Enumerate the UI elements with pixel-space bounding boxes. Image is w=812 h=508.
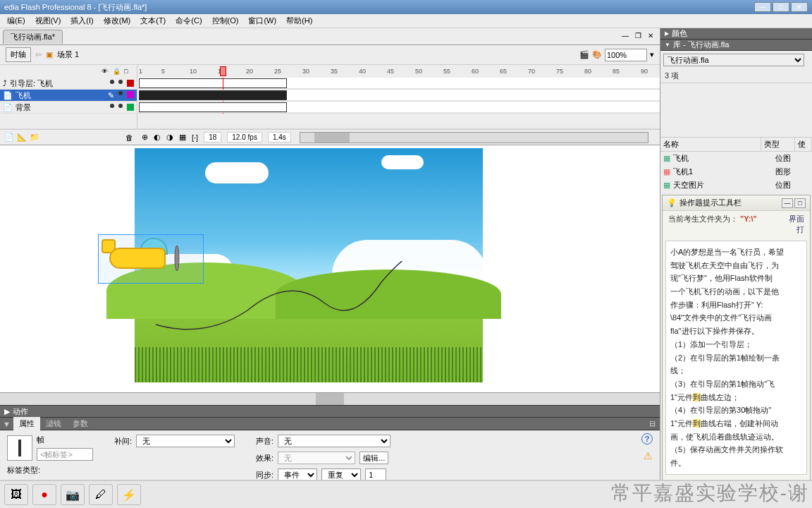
menu-modify[interactable]: 修改(M) xyxy=(99,14,135,28)
menu-edit[interactable]: 编(E) xyxy=(3,14,30,28)
doc-minimize-button[interactable]: — xyxy=(620,32,630,42)
timeline-scrollbar[interactable] xyxy=(300,132,648,143)
panel-menu-icon[interactable]: ⊟ xyxy=(649,419,656,428)
library-panel-title: 库 - 飞行动画.fla xyxy=(673,40,729,50)
canvas xyxy=(135,148,483,382)
taskbar-flash-icon[interactable]: ⚡ xyxy=(117,484,141,505)
sync-label: 同步: xyxy=(256,470,273,480)
taskbar-camera-icon[interactable]: 📷 xyxy=(61,484,85,505)
minimize-button[interactable]: — xyxy=(754,2,771,12)
hint-icon: 💡 xyxy=(667,198,677,207)
taskbar-record-icon[interactable]: ● xyxy=(32,484,56,505)
frame-track[interactable] xyxy=(137,78,660,89)
open-link[interactable]: 打 xyxy=(789,224,804,235)
layer-type-icon: 📄 xyxy=(3,103,13,112)
panel-minimize-button[interactable]: — xyxy=(782,198,793,208)
frame-track[interactable] xyxy=(137,90,660,101)
new-folder-icon[interactable]: 📁 xyxy=(30,133,39,142)
tab-parameters[interactable]: 参数 xyxy=(67,417,94,430)
library-header-name[interactable]: 名称 xyxy=(660,138,761,151)
warning-icon[interactable]: ⚠ xyxy=(644,450,653,461)
onion-skin-icon[interactable]: ◐ xyxy=(154,133,161,142)
taskbar: 🖼 ● 📷 🖊 ⚡ xyxy=(0,480,812,508)
zoom-dropdown-icon[interactable]: ▾ xyxy=(650,50,654,59)
new-layer-icon[interactable]: 📄 xyxy=(4,133,14,142)
library-item[interactable]: ▦飞机位图 xyxy=(660,152,812,165)
layer-row[interactable]: 📄背景 xyxy=(0,102,137,113)
menu-help[interactable]: 帮助(H) xyxy=(282,14,316,28)
frame-label-input[interactable] xyxy=(37,448,93,461)
plane-body-graphic xyxy=(109,248,166,269)
tab-filters[interactable]: 滤镜 xyxy=(40,417,67,430)
doc-restore-button[interactable]: ❐ xyxy=(633,32,643,42)
cloud-graphic xyxy=(205,162,269,183)
zoom-input[interactable] xyxy=(605,49,647,61)
library-header-use[interactable]: 使 xyxy=(795,138,812,151)
exam-panel-title: 操作题提示工具栏 xyxy=(679,198,742,208)
close-button[interactable]: ✕ xyxy=(791,2,808,12)
timeline-toggle-button[interactable]: 时轴 xyxy=(6,47,31,62)
frame-ruler[interactable]: 151015202530354045505560657075808590 xyxy=(137,65,660,78)
library-item[interactable]: ▦天空图片位图 xyxy=(660,179,812,192)
library-header-type[interactable]: 类型 xyxy=(761,138,795,151)
plane-selection-box[interactable] xyxy=(98,234,204,284)
frame-heading: 帧 xyxy=(37,435,93,445)
frame-type-icon xyxy=(7,435,32,461)
menu-insert[interactable]: 插入(I) xyxy=(66,14,97,28)
label-type-label: 标签类型: xyxy=(7,465,40,476)
doc-close-button[interactable]: ✕ xyxy=(646,32,656,42)
layer-tools: 📄 📐 📁 🗑 xyxy=(0,133,137,142)
side-panels: ▶ 颜色 ▼ 库 - 飞行动画.fla 飞行动画.fla 3 项 名称 类型 使… xyxy=(660,28,812,480)
menu-view[interactable]: 视图(V) xyxy=(31,14,66,28)
onion-markers-icon[interactable]: [·] xyxy=(192,133,198,142)
timeline-panel: 👁 🔒 □ 1510152025303540455055606570758085… xyxy=(0,65,660,145)
library-item-type: 位图 xyxy=(775,180,809,190)
info-icon[interactable]: ? xyxy=(641,433,653,445)
menu-control[interactable]: 控制(O) xyxy=(208,14,243,28)
document-tab[interactable]: 飞行动画.fla* xyxy=(3,30,63,44)
edit-multiple-icon[interactable]: ▦ xyxy=(179,133,186,142)
svg-point-0 xyxy=(175,246,179,271)
outline-header-icon[interactable]: □ xyxy=(124,68,131,75)
panel-maximize-button[interactable]: □ xyxy=(794,198,806,208)
interface-link[interactable]: 界面 xyxy=(789,214,804,224)
visibility-header-icon[interactable]: 👁 xyxy=(102,68,109,75)
delete-layer-icon[interactable]: 🗑 xyxy=(125,133,133,142)
layer-row[interactable]: 📄飞机✎ xyxy=(0,90,137,101)
layer-row[interactable]: ⤴引导层: 飞机 xyxy=(0,78,137,89)
library-panel-header[interactable]: ▼ 库 - 飞行动画.fla xyxy=(660,40,812,51)
back-icon[interactable]: ⇦ xyxy=(35,50,42,59)
propeller-graphic xyxy=(169,245,185,272)
onion-outline-icon[interactable]: ◑ xyxy=(166,133,173,142)
new-guide-layer-icon[interactable]: 📐 xyxy=(17,133,27,142)
stage[interactable] xyxy=(0,145,660,392)
library-item[interactable]: ▦飞机1图形 xyxy=(660,165,812,179)
edit-scene-icon[interactable]: 🎬 xyxy=(579,50,589,59)
tween-select[interactable]: 无 xyxy=(136,435,235,447)
effect-select: 无 xyxy=(278,452,355,464)
frame-track[interactable] xyxy=(137,102,660,113)
layer-type-icon: 📄 xyxy=(3,91,13,100)
edit-symbol-icon[interactable]: 🎨 xyxy=(592,50,602,59)
library-item-name: 天空图片 xyxy=(673,180,704,190)
library-file-select[interactable]: 飞行动画.fla xyxy=(663,54,804,66)
menu-commands[interactable]: 命令(C) xyxy=(171,14,206,28)
scene-name[interactable]: 场景 1 xyxy=(57,49,79,60)
maximize-button[interactable]: □ xyxy=(773,2,789,12)
actions-panel-header[interactable]: ▶ 动作 xyxy=(0,405,660,418)
color-panel-header[interactable]: ▶ 颜色 xyxy=(660,28,812,40)
edit-effect-button[interactable]: 编辑... xyxy=(359,452,388,464)
properties-panel: 帧 标签类型: 名称 补间: 无 声音: xyxy=(0,430,660,480)
menu-window[interactable]: 窗口(W) xyxy=(244,14,281,28)
tab-properties[interactable]: 属性 xyxy=(13,417,40,430)
lock-header-icon[interactable]: 🔒 xyxy=(113,68,120,75)
sound-select[interactable]: 无 xyxy=(278,435,390,447)
collapse-icon[interactable]: ▼ xyxy=(0,420,13,428)
menu-text[interactable]: 文本(T) xyxy=(136,14,170,28)
taskbar-app-icon[interactable]: 🖼 xyxy=(4,484,28,505)
layer-type-icon: ⤴ xyxy=(3,79,7,87)
stage-h-scrollbar[interactable] xyxy=(0,392,660,405)
taskbar-brush-icon[interactable]: 🖊 xyxy=(89,484,113,505)
library-item-icon: ▦ xyxy=(663,154,670,163)
center-frame-icon[interactable]: ⊕ xyxy=(142,133,148,142)
